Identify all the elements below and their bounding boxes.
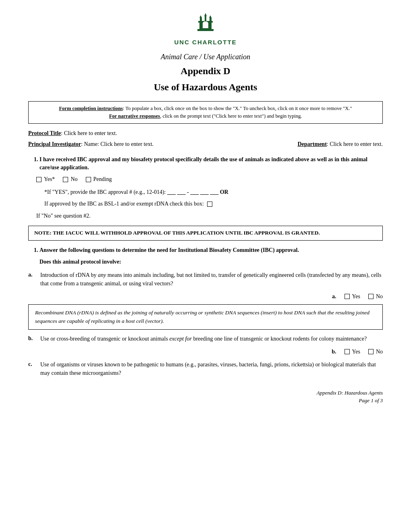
instructions-label: Form completion instructions	[59, 106, 122, 111]
item-b-yes-text: Yes	[352, 348, 360, 356]
if-no-line: If "No" see question #2.	[36, 212, 383, 220]
item-a-no-checkbox[interactable]	[368, 294, 374, 299]
pi-label: Principal Investigator	[28, 141, 81, 147]
item-b-yes-checkbox-item[interactable]: Yes	[345, 348, 360, 356]
definition-box: Recombinant DNA (rDNA) is defined as the…	[28, 304, 383, 330]
item-a-italic: any	[98, 272, 106, 278]
no-label: No	[71, 175, 77, 183]
item-b-italic: except for	[169, 336, 192, 342]
dept-label: Department	[298, 141, 327, 147]
subtitle: Animal Care / Use Application	[28, 52, 383, 62]
pi-name-label: Name:	[84, 141, 99, 147]
item-a-yes-text: Yes	[352, 293, 360, 301]
svg-marker-2	[199, 15, 202, 18]
item-b-text: Use or cross-breeding of transgenic or k…	[40, 335, 383, 343]
bsl-text: If approved by the IBC as BSL-1 and/or e…	[44, 200, 204, 208]
item-b-yes-checkbox[interactable]	[345, 349, 350, 354]
page-header: UNC CHARLOTTE Animal Care / Use Applicat…	[28, 12, 383, 94]
item-b-label: b.	[28, 335, 40, 343]
if-no-text: If "No" see question #2.	[36, 213, 91, 219]
question1-text: I have received IBC approval and my bios…	[39, 156, 383, 171]
pending-checkbox-item[interactable]: Pending	[86, 175, 112, 183]
yes-no-pending-row: Yes* No Pending	[36, 175, 383, 183]
does-this-line: Does this animal protocol involve:	[39, 258, 383, 266]
protocol-title-line: Protocol Title: Click here to enter text…	[28, 129, 383, 137]
ibc-line: *If "YES", provide the IBC approval # (e…	[44, 188, 383, 196]
svg-rect-1	[205, 16, 206, 21]
item-a-text: Introduction of rDNA by any means into a…	[40, 271, 383, 288]
svg-marker-0	[204, 13, 207, 16]
instructions-text1: : To populate a box, click once on the b…	[123, 106, 352, 111]
svg-rect-5	[210, 18, 212, 21]
item-a: a. Introduction of rDNA by any means int…	[28, 271, 383, 288]
item-b: b. Use or cross-breeding of transgenic o…	[28, 335, 383, 343]
title-line1: Appendix D	[28, 64, 383, 78]
note-text: THE IACUC WILL WITHHOLD APPROVAL OF THIS…	[53, 230, 320, 236]
pi-name-input[interactable]: Click here to enter text.	[100, 141, 154, 147]
item-b-no-text: No	[376, 348, 383, 356]
note-box: NOTE: THE IACUC WILL WITHHOLD APPROVAL O…	[28, 226, 383, 241]
university-name: UNC CHARLOTTE	[174, 38, 237, 46]
ibc-text: *If "YES", provide the IBC approval # (e…	[44, 189, 166, 195]
question1-block: I have received IBC approval and my bios…	[28, 156, 383, 171]
definition-text: Recombinant DNA (rDNA) is defined as the…	[35, 310, 369, 324]
svg-rect-3	[200, 18, 202, 21]
footer-line1: Appendix D: Hazardous Agents	[28, 389, 383, 397]
item-a-yes-checkbox-item[interactable]: Yes	[345, 293, 360, 301]
item-b-no-checkbox[interactable]	[368, 349, 374, 354]
item-b-no-checkbox-item[interactable]: No	[368, 348, 383, 356]
item-a-no-checkbox-item[interactable]: No	[368, 293, 383, 301]
bsl-checkbox[interactable]	[207, 202, 212, 207]
item-c: c. Use of organisms or viruses known to …	[28, 360, 383, 377]
instructions-text2: , click on the prompt text ("Click here …	[160, 113, 302, 119]
item-a-no-text: No	[376, 293, 383, 301]
svg-rect-10	[197, 29, 214, 31]
item-b-yes-no: b. Yes No	[28, 348, 383, 356]
protocol-title-label: Protocol Title	[28, 130, 61, 136]
logo-container: UNC CHARLOTTE	[28, 12, 383, 46]
bsl-line: If approved by the IBC as BSL-1 and/or e…	[44, 200, 383, 208]
note-prefix: NOTE:	[34, 230, 53, 236]
or-text: OR	[220, 189, 228, 195]
footer: Appendix D: Hazardous Agents Page 1 of 3	[28, 389, 383, 404]
yes-label: Yes*	[44, 175, 55, 183]
no-checkbox-item[interactable]: No	[63, 175, 77, 183]
university-logo	[189, 12, 222, 36]
item-a-yes-label: a.	[332, 293, 336, 301]
yes-checkbox-item[interactable]: Yes*	[36, 175, 55, 183]
instructions-label2: For narrative responses	[109, 113, 160, 119]
no-checkbox[interactable]	[63, 177, 68, 182]
protocol-title-input[interactable]: Click here to enter text.	[64, 130, 117, 136]
item-a-yes-no: a. Yes No	[28, 293, 383, 301]
dept-input[interactable]: Click here to enter text.	[330, 141, 383, 147]
ibc-dashes: ___ ___ - ___ ___ ___	[167, 189, 218, 195]
item-a-yes-checkbox[interactable]	[345, 294, 350, 299]
pending-checkbox[interactable]	[86, 177, 91, 182]
pi-dept-line: Principal Investigator: Name: Click here…	[28, 140, 383, 148]
instructions-box: Form completion instructions: To populat…	[28, 101, 383, 124]
footer-line2: Page 1 of 3	[28, 397, 383, 404]
yes-checkbox[interactable]	[36, 177, 42, 182]
question2-block: Answer the following questions to determ…	[28, 246, 383, 254]
pending-label: Pending	[93, 175, 112, 183]
title-line2: Use of Hazardous Agents	[28, 81, 383, 94]
item-a-label: a.	[28, 271, 40, 288]
svg-point-9	[203, 21, 208, 25]
item-c-text: Use of organisms or viruses known to be …	[40, 360, 383, 377]
item-c-label: c.	[28, 360, 40, 377]
item-b-yes-label: b.	[332, 348, 336, 356]
question2-text: Answer the following questions to determ…	[39, 246, 383, 254]
svg-marker-4	[209, 15, 212, 18]
